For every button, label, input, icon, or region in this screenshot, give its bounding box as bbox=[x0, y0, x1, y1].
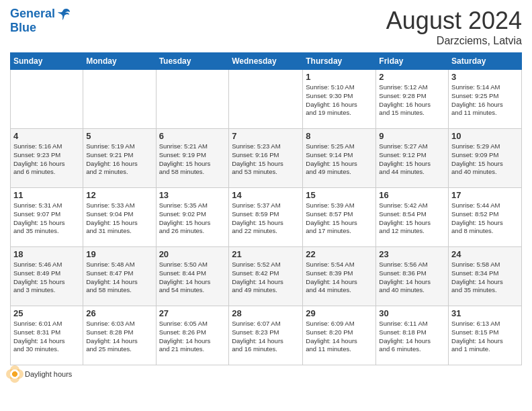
day-info: Sunrise: 5:58 AM Sunset: 8:34 PM Dayligh… bbox=[451, 261, 519, 295]
calendar-cell: 20Sunrise: 5:50 AM Sunset: 8:44 PM Dayli… bbox=[156, 247, 229, 306]
calendar-cell bbox=[229, 70, 303, 129]
calendar-cell: 23Sunrise: 5:56 AM Sunset: 8:36 PM Dayli… bbox=[376, 247, 449, 306]
calendar-cell: 9Sunrise: 5:27 AM Sunset: 9:12 PM Daylig… bbox=[376, 129, 449, 188]
day-number: 27 bbox=[159, 308, 226, 318]
calendar-cell: 24Sunrise: 5:58 AM Sunset: 8:34 PM Dayli… bbox=[449, 247, 522, 306]
header-friday: Friday bbox=[376, 53, 449, 70]
calendar-cell: 6Sunrise: 5:21 AM Sunset: 9:19 PM Daylig… bbox=[156, 129, 229, 188]
month-title: August 2024 bbox=[386, 7, 522, 35]
location-subtitle: Darzciems, Latvia bbox=[386, 35, 522, 47]
day-info: Sunrise: 5:12 AM Sunset: 9:28 PM Dayligh… bbox=[379, 83, 445, 118]
day-number: 6 bbox=[159, 131, 226, 141]
day-number: 26 bbox=[86, 308, 152, 318]
day-info: Sunrise: 5:39 AM Sunset: 8:57 PM Dayligh… bbox=[306, 201, 373, 236]
calendar-cell: 8Sunrise: 5:25 AM Sunset: 9:14 PM Daylig… bbox=[303, 129, 376, 188]
calendar-cell: 31Sunrise: 6:13 AM Sunset: 8:15 PM Dayli… bbox=[449, 306, 522, 365]
day-number: 20 bbox=[159, 249, 226, 259]
calendar-cell: 7Sunrise: 5:23 AM Sunset: 9:16 PM Daylig… bbox=[229, 129, 303, 188]
day-number: 10 bbox=[451, 131, 519, 141]
day-info: Sunrise: 6:09 AM Sunset: 8:20 PM Dayligh… bbox=[306, 320, 373, 354]
calendar-cell: 3Sunrise: 5:14 AM Sunset: 9:25 PM Daylig… bbox=[449, 70, 522, 129]
day-info: Sunrise: 5:56 AM Sunset: 8:36 PM Dayligh… bbox=[379, 261, 445, 295]
header-monday: Monday bbox=[83, 53, 156, 70]
daylight-label: Daylight hours bbox=[25, 370, 72, 378]
day-info: Sunrise: 5:29 AM Sunset: 9:09 PM Dayligh… bbox=[451, 142, 519, 177]
day-number: 31 bbox=[451, 308, 519, 318]
day-number: 3 bbox=[451, 72, 519, 82]
calendar-cell: 10Sunrise: 5:29 AM Sunset: 9:09 PM Dayli… bbox=[449, 129, 522, 188]
calendar-cell: 13Sunrise: 5:35 AM Sunset: 9:02 PM Dayli… bbox=[156, 188, 229, 247]
day-number: 16 bbox=[379, 190, 445, 200]
day-info: Sunrise: 5:46 AM Sunset: 8:49 PM Dayligh… bbox=[13, 261, 80, 295]
day-number: 23 bbox=[379, 249, 445, 259]
day-number: 29 bbox=[306, 308, 373, 318]
calendar-cell bbox=[11, 70, 83, 129]
day-info: Sunrise: 5:23 AM Sunset: 9:16 PM Dayligh… bbox=[232, 142, 300, 177]
day-number: 19 bbox=[86, 249, 152, 259]
calendar-table: Sunday Monday Tuesday Wednesday Thursday… bbox=[10, 52, 522, 365]
header-saturday: Saturday bbox=[449, 53, 522, 70]
calendar-cell: 17Sunrise: 5:44 AM Sunset: 8:52 PM Dayli… bbox=[449, 188, 522, 247]
day-info: Sunrise: 5:16 AM Sunset: 9:23 PM Dayligh… bbox=[13, 142, 80, 177]
calendar-row: 4Sunrise: 5:16 AM Sunset: 9:23 PM Daylig… bbox=[11, 129, 522, 188]
calendar-header: Sunday Monday Tuesday Wednesday Thursday… bbox=[11, 53, 522, 70]
day-number: 11 bbox=[13, 190, 80, 200]
day-info: Sunrise: 5:48 AM Sunset: 8:47 PM Dayligh… bbox=[86, 261, 152, 295]
day-info: Sunrise: 5:50 AM Sunset: 8:44 PM Dayligh… bbox=[159, 261, 226, 295]
header: General Blue August 2024 Darzciems, Latv… bbox=[10, 7, 522, 47]
day-number: 25 bbox=[13, 308, 80, 318]
logo-text: General bbox=[10, 7, 71, 21]
day-number: 1 bbox=[306, 72, 373, 82]
day-number: 13 bbox=[159, 190, 226, 200]
calendar-row: 18Sunrise: 5:46 AM Sunset: 8:49 PM Dayli… bbox=[11, 247, 522, 306]
day-info: Sunrise: 5:14 AM Sunset: 9:25 PM Dayligh… bbox=[451, 83, 519, 118]
day-number: 12 bbox=[86, 190, 152, 200]
page: General Blue August 2024 Darzciems, Latv… bbox=[0, 0, 532, 411]
day-info: Sunrise: 6:07 AM Sunset: 8:23 PM Dayligh… bbox=[232, 320, 300, 354]
header-tuesday: Tuesday bbox=[156, 53, 229, 70]
calendar-cell: 5Sunrise: 5:19 AM Sunset: 9:21 PM Daylig… bbox=[83, 129, 156, 188]
day-number: 18 bbox=[13, 249, 80, 259]
day-info: Sunrise: 5:19 AM Sunset: 9:21 PM Dayligh… bbox=[86, 142, 152, 177]
calendar-cell: 30Sunrise: 6:11 AM Sunset: 8:18 PM Dayli… bbox=[376, 306, 449, 365]
header-thursday: Thursday bbox=[303, 53, 376, 70]
calendar-cell: 15Sunrise: 5:39 AM Sunset: 8:57 PM Dayli… bbox=[303, 188, 376, 247]
calendar-cell: 26Sunrise: 6:03 AM Sunset: 8:28 PM Dayli… bbox=[83, 306, 156, 365]
day-info: Sunrise: 5:35 AM Sunset: 9:02 PM Dayligh… bbox=[159, 201, 226, 236]
calendar-cell: 29Sunrise: 6:09 AM Sunset: 8:20 PM Dayli… bbox=[303, 306, 376, 365]
calendar-cell: 27Sunrise: 6:05 AM Sunset: 8:26 PM Dayli… bbox=[156, 306, 229, 365]
calendar-cell bbox=[83, 70, 156, 129]
calendar-row: 11Sunrise: 5:31 AM Sunset: 9:07 PM Dayli… bbox=[11, 188, 522, 247]
day-number: 28 bbox=[232, 308, 300, 318]
logo-bird-icon bbox=[56, 7, 71, 21]
day-info: Sunrise: 6:01 AM Sunset: 8:31 PM Dayligh… bbox=[13, 320, 80, 354]
calendar-cell: 18Sunrise: 5:46 AM Sunset: 8:49 PM Dayli… bbox=[11, 247, 83, 306]
day-info: Sunrise: 5:44 AM Sunset: 8:52 PM Dayligh… bbox=[451, 201, 519, 236]
day-info: Sunrise: 5:54 AM Sunset: 8:39 PM Dayligh… bbox=[306, 261, 373, 295]
day-number: 17 bbox=[451, 190, 519, 200]
day-info: Sunrise: 5:21 AM Sunset: 9:19 PM Dayligh… bbox=[159, 142, 226, 177]
day-number: 30 bbox=[379, 308, 445, 318]
day-number: 24 bbox=[451, 249, 519, 259]
calendar-cell: 11Sunrise: 5:31 AM Sunset: 9:07 PM Dayli… bbox=[11, 188, 83, 247]
calendar-cell: 19Sunrise: 5:48 AM Sunset: 8:47 PM Dayli… bbox=[83, 247, 156, 306]
day-number: 5 bbox=[86, 131, 152, 141]
header-wednesday: Wednesday bbox=[229, 53, 303, 70]
day-info: Sunrise: 5:42 AM Sunset: 8:54 PM Dayligh… bbox=[379, 201, 445, 236]
day-number: 4 bbox=[13, 131, 80, 141]
day-info: Sunrise: 6:05 AM Sunset: 8:26 PM Dayligh… bbox=[159, 320, 226, 354]
day-info: Sunrise: 5:27 AM Sunset: 9:12 PM Dayligh… bbox=[379, 142, 445, 177]
day-number: 7 bbox=[232, 131, 300, 141]
calendar-cell bbox=[156, 70, 229, 129]
day-number: 14 bbox=[232, 190, 300, 200]
calendar-cell: 2Sunrise: 5:12 AM Sunset: 9:28 PM Daylig… bbox=[376, 70, 449, 129]
day-info: Sunrise: 5:52 AM Sunset: 8:42 PM Dayligh… bbox=[232, 261, 300, 295]
calendar-row: 25Sunrise: 6:01 AM Sunset: 8:31 PM Dayli… bbox=[11, 306, 522, 365]
day-info: Sunrise: 5:10 AM Sunset: 9:30 PM Dayligh… bbox=[306, 83, 373, 118]
day-number: 9 bbox=[379, 131, 445, 141]
day-header-row: Sunday Monday Tuesday Wednesday Thursday… bbox=[11, 53, 522, 70]
day-info: Sunrise: 6:03 AM Sunset: 8:28 PM Dayligh… bbox=[86, 320, 152, 354]
day-info: Sunrise: 5:31 AM Sunset: 9:07 PM Dayligh… bbox=[13, 201, 80, 236]
logo-blue: Blue bbox=[10, 21, 71, 35]
calendar-cell: 16Sunrise: 5:42 AM Sunset: 8:54 PM Dayli… bbox=[376, 188, 449, 247]
